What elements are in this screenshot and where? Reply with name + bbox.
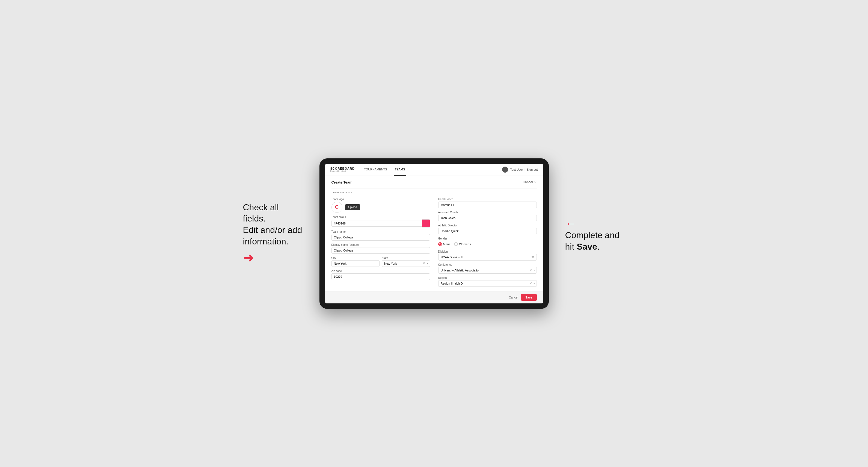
logo-sub: Powered by clippit — [330, 170, 355, 172]
section-label: TEAM DETAILS — [332, 188, 537, 194]
logo: SCOREBOARD Powered by clippit — [330, 167, 355, 172]
display-name-group: Display name (unique) — [332, 243, 430, 254]
right-annotation-text: Complete and hit Save. — [565, 230, 625, 252]
zip-input[interactable] — [332, 273, 430, 280]
team-name-label: Team name — [332, 230, 430, 233]
athletic-director-input[interactable] — [438, 228, 537, 234]
state-chevron-icon: ▾ — [427, 262, 430, 265]
right-column: Head Coach Assistant Coach Athletic Dire… — [438, 198, 537, 287]
user-avatar — [502, 166, 508, 173]
city-state-group: City State New York ✕ — [332, 256, 430, 267]
team-name-input[interactable] — [332, 234, 430, 241]
team-logo-label: Team logo — [332, 198, 430, 201]
gender-row: Mens Womens — [438, 241, 537, 247]
colour-swatch[interactable] — [422, 219, 430, 227]
division-label: Division — [438, 250, 537, 253]
tablet-screen: SCOREBOARD Powered by clippit TOURNAMENT… — [325, 164, 544, 303]
state-label: State — [382, 256, 430, 259]
state-select[interactable]: New York — [382, 260, 421, 267]
team-name-group: Team name — [332, 230, 430, 241]
form-title: Create Team — [332, 180, 352, 184]
right-annotation: ← Complete and hit Save. — [565, 215, 625, 252]
zip-label: Zip code — [332, 270, 430, 273]
user-name: Test User | — [510, 168, 525, 171]
sign-out-link[interactable]: Sign out — [527, 168, 538, 171]
annotation-text: Check all fields. Edit and/or add inform… — [243, 202, 303, 247]
conference-select-wrapper: University Athletic Association ✕ ▾ — [438, 267, 537, 274]
division-group: Division NCAA Division III — [438, 250, 537, 260]
conference-group: Conference University Athletic Associati… — [438, 263, 537, 274]
display-name-input[interactable] — [332, 247, 430, 254]
cancel-button[interactable]: Cancel — [509, 296, 518, 299]
head-coach-input[interactable] — [438, 201, 537, 208]
womens-radio-icon — [454, 242, 458, 246]
form-header: Create Team Cancel ✕ — [332, 180, 537, 184]
city-input[interactable] — [332, 260, 380, 267]
logo-text: SCOREBOARD — [330, 167, 355, 170]
colour-field-row — [332, 219, 430, 227]
region-clear-icon[interactable]: ✕ — [528, 282, 533, 285]
upload-button[interactable]: Upload — [345, 204, 361, 210]
cancel-x-button[interactable]: Cancel ✕ — [523, 180, 536, 184]
conference-select[interactable]: University Athletic Association — [438, 268, 528, 273]
mens-radio-icon — [438, 242, 442, 246]
city-label: City — [332, 256, 380, 259]
arrow-left: ➜ — [243, 250, 303, 265]
city-group: City — [332, 256, 380, 267]
athletic-director-label: Athletic Director — [438, 224, 537, 227]
state-select-wrapper: New York ✕ ▾ — [382, 260, 430, 267]
state-clear-icon[interactable]: ✕ — [421, 261, 427, 265]
womens-label: Womens — [459, 243, 471, 246]
colour-input[interactable] — [332, 220, 422, 227]
left-column: Team logo C Upload Team colour — [332, 198, 430, 287]
gender-label: Gender — [438, 237, 537, 240]
conference-chevron-icon: ▾ — [533, 269, 536, 272]
city-state-row: City State New York ✕ — [332, 256, 430, 267]
region-label: Region — [438, 276, 537, 279]
assistant-coach-label: Assistant Coach — [438, 211, 537, 214]
region-chevron-icon: ▾ — [533, 282, 536, 285]
gender-mens-option[interactable]: Mens — [438, 242, 451, 246]
conference-label: Conference — [438, 263, 537, 266]
display-name-label: Display name (unique) — [332, 243, 430, 246]
save-button[interactable]: Save — [521, 294, 537, 301]
navbar: SCOREBOARD Powered by clippit TOURNAMENT… — [325, 164, 544, 176]
team-colour-group: Team colour — [332, 216, 430, 227]
form-footer: Cancel Save — [325, 291, 544, 303]
assistant-coach-group: Assistant Coach — [438, 211, 537, 221]
state-group: State New York ✕ ▾ — [382, 256, 430, 267]
region-select[interactable]: Region II - (M) DIII — [438, 280, 528, 286]
team-logo-group: Team logo C Upload — [332, 198, 430, 213]
arrow-right: ← — [565, 217, 625, 230]
division-select[interactable]: NCAA Division III — [438, 254, 537, 260]
form-grid: Team logo C Upload Team colour — [332, 198, 537, 287]
head-coach-group: Head Coach — [438, 198, 537, 208]
nav-links: TOURNAMENTS TEAMS — [363, 164, 494, 176]
form-area: Create Team Cancel ✕ TEAM DETAILS Team l… — [325, 176, 544, 291]
nav-right: Test User | Sign out — [502, 166, 538, 173]
region-select-wrapper: Region II - (M) DIII ✕ ▾ — [438, 280, 537, 287]
assistant-coach-input[interactable] — [438, 215, 537, 221]
athletic-director-group: Athletic Director — [438, 224, 537, 234]
logo-row: C Upload — [332, 202, 430, 213]
gender-womens-option[interactable]: Womens — [454, 242, 471, 246]
zip-group: Zip code — [332, 270, 430, 280]
nav-tournaments[interactable]: TOURNAMENTS — [363, 164, 388, 176]
left-annotation: Check all fields. Edit and/or add inform… — [243, 202, 303, 265]
logo-circle: C — [332, 202, 342, 213]
conference-clear-icon[interactable]: ✕ — [528, 269, 533, 272]
region-group: Region Region II - (M) DIII ✕ ▾ — [438, 276, 537, 287]
mens-label: Mens — [443, 243, 451, 246]
tablet-device: SCOREBOARD Powered by clippit TOURNAMENT… — [319, 158, 549, 309]
team-colour-label: Team colour — [332, 216, 430, 218]
gender-group: Gender Mens Womens — [438, 237, 537, 247]
head-coach-label: Head Coach — [438, 198, 537, 201]
nav-teams[interactable]: TEAMS — [394, 164, 406, 176]
